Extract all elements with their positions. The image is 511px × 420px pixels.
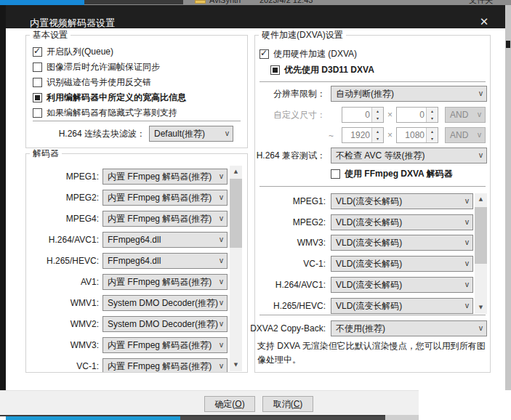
checkbox-unchecked-icon[interactable] [33, 62, 42, 72]
checkbox-closed-captions[interactable]: 如果编解码器有隐藏式字幕则支持 [33, 107, 177, 118]
checkbox-label: 使用 FFmpeg DXVA 解码器 [345, 168, 453, 180]
decoder-select-mpeg2[interactable]: 内置 FFmpeg 解码器(推荐) [102, 190, 228, 206]
checkbox-drop-frames-sync[interactable]: 图像滞后时允许漏帧保证同步 [33, 61, 160, 73]
checkbox-indeterminate-icon[interactable] [33, 93, 42, 102]
checkbox-label: 如果编解码器有隐藏式字幕则支持 [47, 107, 177, 119]
dxva-mode-row-label: H.264/AVC1: [254, 277, 326, 293]
background-folder-name: AviSynth [209, 0, 241, 5]
chevron-down-icon [225, 126, 229, 141]
min-height-stepper[interactable]: 0 [396, 107, 438, 123]
max-height-stepper[interactable]: 1080 [396, 127, 438, 143]
spin-down-icon[interactable] [427, 135, 438, 142]
decoder-select-mpeg4[interactable]: 内置 FFmpeg 解码器(推荐) [102, 211, 228, 227]
spin-down-icon[interactable] [372, 135, 383, 142]
scroll-down-icon[interactable] [230, 359, 242, 371]
spin-down-icon[interactable] [427, 115, 438, 122]
min-width-stepper[interactable]: 0 [342, 107, 384, 123]
separator [259, 186, 486, 187]
combo-value: 自动判断(推荐) [336, 89, 394, 99]
decoder-row-label: WMV3: [30, 337, 99, 353]
chevron-down-icon [465, 235, 469, 250]
dxva-mode-row-label: VC-1: [254, 256, 326, 272]
combo-value: VLD(流变长解码) [336, 217, 402, 227]
scrollbar-thumb[interactable] [475, 207, 487, 264]
checkbox-unchecked-icon[interactable] [33, 108, 42, 118]
decoder-select-wmv1[interactable]: System DMO Decoder(推荐) [102, 295, 228, 311]
chevron-down-icon [465, 278, 469, 292]
resolution-limit-select[interactable]: 自动判断(推荐) [331, 86, 487, 102]
chevron-down-icon [220, 359, 223, 373]
dxva-modes-scrollbar[interactable] [475, 193, 487, 314]
dxva-mode-select-h264[interactable]: VLD(流变长解码) [331, 277, 473, 293]
decoder-select-wmv2[interactable]: System DMO Decoder(推荐) [102, 316, 228, 332]
combo-value: VLD(流变长解码) [336, 238, 402, 248]
spin-down-icon[interactable] [372, 115, 383, 122]
cancel-button[interactable]: 取消(C) [262, 396, 313, 412]
chevron-down-icon [220, 190, 223, 205]
scrollbar-thumb[interactable] [230, 179, 242, 248]
screen: AviSynth 2023/4/2 12:43 文件夹 内置视频解码器设置 ✕ … [0, 0, 511, 420]
decoder-select-av1[interactable]: 内置 FFmpeg 解码器(推荐) [102, 274, 228, 290]
background-selection [0, 0, 84, 5]
checkbox-prefer-d3d11[interactable]: 优先使用 D3D11 DXVA [270, 64, 374, 76]
separator [259, 81, 486, 82]
resolution-limit-label: 分辨率限制： [254, 86, 326, 102]
spin-up-icon[interactable] [372, 108, 383, 115]
checkbox-ffmpeg-dxva[interactable]: 使用 FFmpeg DXVA 解码器 [331, 168, 453, 179]
dxva-mode-select-vc1[interactable]: VLD(流变长解码) [331, 256, 473, 272]
checkbox-checked-icon[interactable] [259, 49, 269, 59]
combo-value: 内置 FFmpeg 解码器(推荐) [108, 277, 212, 287]
checkbox-use-hw-accel[interactable]: 使用硬件加速 (DXVA) [259, 48, 357, 60]
max-width-stepper[interactable]: 1920 [342, 127, 384, 143]
scroll-up-icon[interactable] [475, 193, 487, 206]
dxva-mode-select-mpeg1[interactable]: VLD(流变长解码) [331, 193, 473, 209]
scroll-down-icon[interactable] [475, 302, 487, 314]
h264-deblock-label: H.264 连续去块滤波： [29, 126, 145, 142]
checkbox-deinterlace-flags[interactable]: 识别磁迹信号并使用反交错 [33, 76, 151, 88]
chevron-down-icon [465, 215, 469, 230]
spin-value: 0 [419, 108, 425, 122]
decoders-scrollbar[interactable] [230, 166, 242, 371]
checkbox-label: 优先使用 D3D11 DXVA [284, 64, 374, 76]
checkbox-unchecked-icon[interactable] [331, 169, 340, 179]
dxva-mode-select-mpeg2[interactable]: VLD(流变长解码) [331, 214, 473, 230]
spin-up-icon[interactable] [427, 108, 438, 115]
decoder-select-h264[interactable]: FFmpeg64.dll [102, 232, 228, 248]
checkbox-checked-icon[interactable] [33, 47, 42, 57]
decoder-select-h265[interactable]: FFmpeg64.dll [102, 253, 228, 269]
spin-up-icon[interactable] [372, 128, 383, 135]
background-type: 文件夹 [469, 0, 493, 5]
decoder-row-label: VC-1: [30, 358, 99, 373]
checkbox-unchecked-icon[interactable] [33, 78, 42, 87]
dxva-mode-select-wmv3[interactable]: VLD(流变长解码) [331, 235, 473, 251]
combo-value: VLD(流变长解码) [336, 301, 402, 311]
decoder-select-wmv3[interactable]: 内置 FFmpeg 解码器(推荐) [102, 337, 228, 353]
dxva-mode-select-h265[interactable]: VLD(流变长解码) [331, 298, 473, 314]
chevron-down-icon [478, 128, 481, 142]
spin-up-icon[interactable] [427, 128, 438, 135]
decoder-select-mpeg1[interactable]: 内置 FFmpeg 解码器(推荐) [102, 169, 228, 185]
decoder-select-vc1[interactable]: 内置 FFmpeg 解码器(推荐) [102, 358, 228, 373]
h264-deblock-select[interactable]: Default(推荐) [149, 126, 233, 142]
checkbox-indeterminate-icon[interactable] [270, 65, 280, 75]
scroll-up-icon[interactable] [230, 166, 242, 178]
chevron-down-icon [478, 108, 481, 122]
dialog-titlebar[interactable]: 内置视频解码器设置 ✕ [6, 5, 505, 28]
background-scrollbar-sliver [505, 5, 511, 415]
dxva-mode-row-label: WMV3: [254, 235, 326, 251]
decoder-row-label: MPEG4: [30, 211, 99, 227]
checkbox-label: 开启队列(Queue) [47, 46, 113, 58]
dxva-mode-row-label: MPEG2: [254, 214, 326, 230]
ok-button[interactable]: 确定(O) [204, 396, 255, 412]
chevron-down-icon [220, 317, 223, 331]
background-teal-strip [6, 416, 180, 420]
combo-value: VLD(流变长解码) [336, 259, 402, 269]
copyback-select[interactable]: 不使用(推荐) [331, 320, 487, 336]
h264-compat-select[interactable]: 不检查 AVC 等级(推荐) [331, 148, 487, 163]
tilde-symbol: ~ [329, 131, 334, 141]
spin-value: 1080 [405, 128, 425, 142]
checkbox-label: 利用编解码器中所定义的宽高比信息 [47, 92, 186, 104]
checkbox-use-codec-aspect-ratio[interactable]: 利用编解码器中所定义的宽高比信息 [33, 92, 186, 103]
chevron-down-icon [479, 86, 483, 101]
checkbox-enable-queue[interactable]: 开启队列(Queue) [33, 46, 113, 57]
